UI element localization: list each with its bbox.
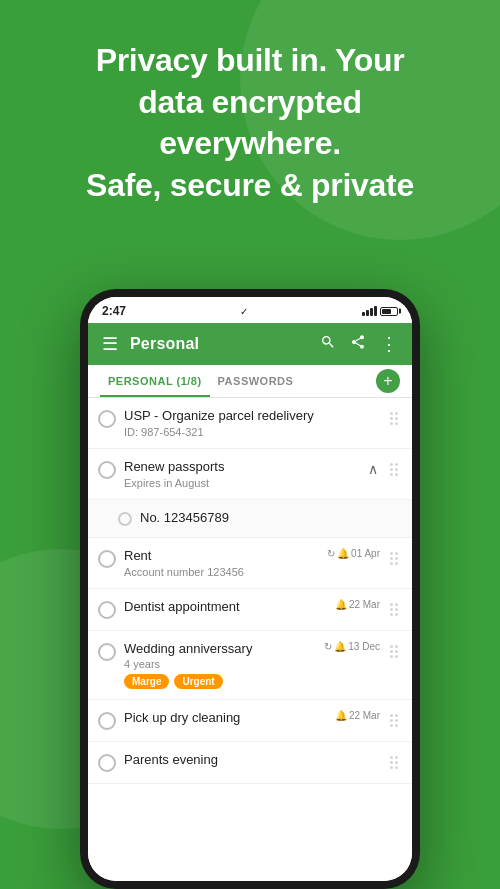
status-icons xyxy=(362,306,398,316)
task-checkbox[interactable] xyxy=(98,410,116,428)
task-checkbox[interactable] xyxy=(98,754,116,772)
more-options-icon[interactable]: ⋮ xyxy=(378,331,400,357)
item-date: 🔔 22 Mar xyxy=(335,710,380,721)
tab-personal[interactable]: PERSONAL (1/8) xyxy=(100,365,210,397)
item-title: Pick up dry cleaning xyxy=(124,710,327,727)
item-repeat: ↻ 🔔 01 Apr xyxy=(327,548,380,559)
status-bar: 2:47 ✓ xyxy=(88,297,412,323)
bell-icon: 🔔 xyxy=(335,710,347,721)
battery-icon xyxy=(380,307,398,316)
item-repeat: ↻ 🔔 13 Dec xyxy=(324,641,380,652)
bell-icon: 🔔 xyxy=(337,548,349,559)
list-item: Rent Account number 123456 ↻ 🔔 01 Apr xyxy=(88,538,412,589)
item-subtitle: 4 years xyxy=(124,658,316,670)
tags-row: Marge Urgent xyxy=(124,674,316,689)
drag-handle[interactable] xyxy=(388,459,400,480)
tabs-bar: PERSONAL (1/8) PASSWORDS + xyxy=(88,365,412,398)
signal-icon xyxy=(362,306,377,316)
task-checkbox[interactable] xyxy=(98,643,116,661)
list-item: Wedding anniverssary 4 years Marge Urgen… xyxy=(88,631,412,701)
task-checkbox[interactable] xyxy=(98,461,116,479)
status-time: 2:47 xyxy=(102,304,126,318)
item-subtitle: Account number 123456 xyxy=(124,566,319,578)
drag-handle[interactable] xyxy=(388,752,400,773)
item-date: 🔔 22 Mar xyxy=(335,599,380,610)
drag-handle[interactable] xyxy=(388,599,400,620)
tab-passwords[interactable]: PASSWORDS xyxy=(210,365,302,397)
item-title: Renew passports xyxy=(124,459,358,476)
item-meta: 🔔 22 Mar xyxy=(335,599,380,610)
item-meta: ↻ 🔔 01 Apr xyxy=(327,548,380,559)
list-item: Parents evening xyxy=(88,742,412,784)
app-toolbar: ☰ Personal ⋮ xyxy=(88,323,412,365)
item-title: Wedding anniverssary xyxy=(124,641,316,658)
item-title: Dentist appointment xyxy=(124,599,327,616)
item-title: USP - Organize parcel redelivery xyxy=(124,408,380,425)
repeat-icon: ↻ xyxy=(327,548,335,559)
task-checkbox[interactable] xyxy=(98,712,116,730)
list-item: USP - Organize parcel redelivery ID: 987… xyxy=(88,398,412,449)
item-content: Wedding anniverssary 4 years Marge Urgen… xyxy=(124,641,316,690)
search-icon[interactable] xyxy=(318,332,338,357)
bell-icon: 🔔 xyxy=(335,599,347,610)
item-content: Renew passports Expires in August xyxy=(124,459,358,489)
tag-marge[interactable]: Marge xyxy=(124,674,169,689)
item-title: Parents evening xyxy=(124,752,380,769)
status-check-icon: ✓ xyxy=(240,306,248,317)
repeat-icon: ↻ xyxy=(324,641,332,652)
list-item-child: No. 123456789 xyxy=(88,500,412,538)
item-content: Rent Account number 123456 xyxy=(124,548,319,578)
task-checkbox[interactable] xyxy=(118,512,132,526)
toolbar-title: Personal xyxy=(130,335,308,353)
list-item: Dentist appointment 🔔 22 Mar xyxy=(88,589,412,631)
drag-handle[interactable] xyxy=(388,641,400,662)
drag-handle[interactable] xyxy=(388,710,400,731)
list-item: Pick up dry cleaning 🔔 22 Mar xyxy=(88,700,412,742)
hamburger-menu-icon[interactable]: ☰ xyxy=(100,331,120,357)
task-checkbox[interactable] xyxy=(98,601,116,619)
tag-urgent[interactable]: Urgent xyxy=(174,674,222,689)
share-icon[interactable] xyxy=(348,332,368,357)
item-content: Parents evening xyxy=(124,752,380,769)
header-text: Privacy built in. Your data encrypted ev… xyxy=(0,0,500,236)
add-tab-button[interactable]: + xyxy=(376,369,400,393)
drag-handle[interactable] xyxy=(388,548,400,569)
task-checkbox[interactable] xyxy=(98,550,116,568)
list-item: Renew passports Expires in August ∧ xyxy=(88,449,412,500)
collapse-expand-icon[interactable]: ∧ xyxy=(366,459,380,479)
item-title: Rent xyxy=(124,548,319,565)
item-content: Pick up dry cleaning xyxy=(124,710,327,727)
item-meta: ↻ 🔔 13 Dec xyxy=(324,641,380,652)
bell-icon: 🔔 xyxy=(334,641,346,652)
drag-handle[interactable] xyxy=(388,408,400,429)
item-content: No. 123456789 xyxy=(140,510,400,527)
phone-mockup: 2:47 ✓ ☰ Perso xyxy=(80,289,420,889)
item-content: Dentist appointment xyxy=(124,599,327,616)
task-list: USP - Organize parcel redelivery ID: 987… xyxy=(88,398,412,881)
item-meta: 🔔 22 Mar xyxy=(335,710,380,721)
item-subtitle: Expires in August xyxy=(124,477,358,489)
item-date: 01 Apr xyxy=(351,548,380,559)
item-subtitle: ID: 987-654-321 xyxy=(124,426,380,438)
item-content: USP - Organize parcel redelivery ID: 987… xyxy=(124,408,380,438)
item-title: No. 123456789 xyxy=(140,510,400,527)
